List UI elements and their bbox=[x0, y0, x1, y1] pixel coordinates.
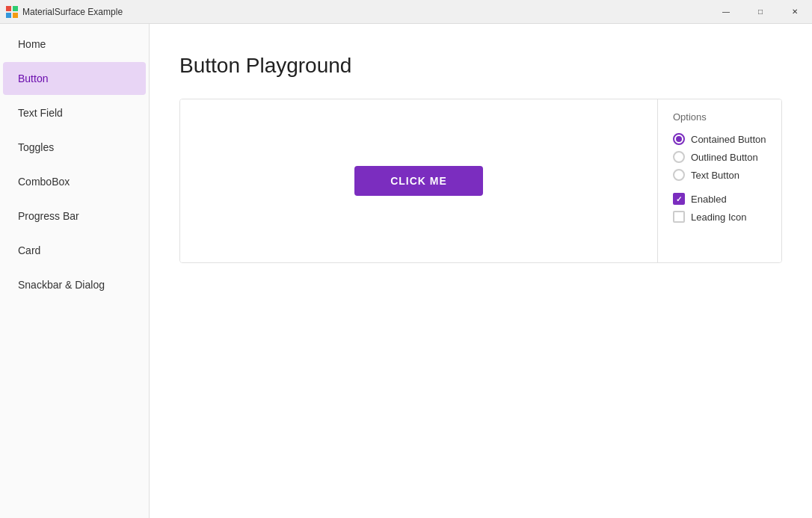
sidebar-item-combobox[interactable]: ComboBox bbox=[3, 165, 146, 198]
radio-contained-indicator bbox=[673, 133, 685, 145]
checkbox-group: Enabled Leading Icon bbox=[673, 193, 766, 223]
options-title: Options bbox=[673, 111, 766, 123]
button-type-radio-group: Contained Button Outlined Button Text Bu… bbox=[673, 133, 766, 181]
minimize-button[interactable]: — bbox=[709, 0, 743, 24]
sidebar-item-toggles[interactable]: Toggles bbox=[3, 131, 146, 164]
window-controls: — □ ✕ bbox=[709, 0, 812, 24]
playground-container: Click Me Options Contained Button Outlin… bbox=[179, 99, 782, 263]
sidebar-item-card[interactable]: Card bbox=[3, 234, 146, 267]
app-container: Home Button Text Field Toggles ComboBox … bbox=[0, 24, 812, 518]
svg-rect-2 bbox=[6, 13, 11, 18]
sidebar-item-home[interactable]: Home bbox=[3, 28, 146, 61]
close-button[interactable]: ✕ bbox=[778, 0, 812, 24]
demo-area: Click Me bbox=[180, 99, 657, 262]
checkbox-leading-icon[interactable]: Leading Icon bbox=[673, 211, 766, 223]
radio-outlined[interactable]: Outlined Button bbox=[673, 151, 766, 163]
app-title: MaterialSurface Example bbox=[22, 7, 123, 17]
svg-rect-3 bbox=[13, 13, 18, 18]
maximize-button[interactable]: □ bbox=[743, 0, 778, 24]
checkbox-enabled-box bbox=[673, 193, 685, 205]
radio-contained[interactable]: Contained Button bbox=[673, 133, 766, 145]
svg-rect-1 bbox=[13, 6, 18, 11]
radio-text-indicator bbox=[673, 169, 685, 181]
svg-rect-0 bbox=[6, 6, 11, 11]
sidebar-item-progress-bar[interactable]: Progress Bar bbox=[3, 200, 146, 232]
sidebar-item-button[interactable]: Button bbox=[3, 62, 146, 95]
radio-outlined-indicator bbox=[673, 151, 685, 163]
checkbox-enabled[interactable]: Enabled bbox=[673, 193, 766, 205]
title-bar-left: MaterialSurface Example bbox=[6, 6, 123, 18]
sidebar-item-snackbar-dialog[interactable]: Snackbar & Dialog bbox=[3, 268, 146, 301]
main-content: Button Playground Click Me Options Conta… bbox=[150, 24, 812, 518]
sidebar: Home Button Text Field Toggles ComboBox … bbox=[0, 24, 150, 518]
title-bar: MaterialSurface Example — □ ✕ bbox=[0, 0, 812, 24]
page-title: Button Playground bbox=[179, 54, 782, 78]
checkbox-leading-icon-box bbox=[673, 211, 685, 223]
radio-text[interactable]: Text Button bbox=[673, 169, 766, 181]
app-icon bbox=[6, 6, 18, 18]
sidebar-item-text-field[interactable]: Text Field bbox=[3, 96, 146, 129]
options-panel: Options Contained Button Outlined Button… bbox=[658, 99, 781, 262]
demo-button[interactable]: Click Me bbox=[354, 166, 483, 196]
